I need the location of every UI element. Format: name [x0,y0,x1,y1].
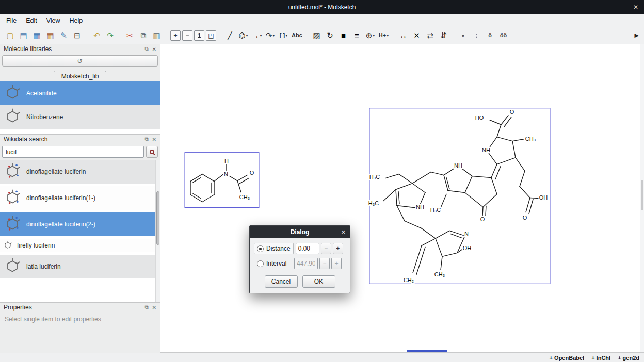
paste-icon[interactable]: ▥ [151,29,163,42]
list-item[interactable]: firefly luciferin [0,239,155,252]
print-icon[interactable]: ⊟ [71,29,83,42]
interval-radio[interactable] [257,260,264,267]
svg-text:O: O [250,170,254,176]
dialog-body: Distance − + Interval − + [250,238,350,274]
list-item[interactable]: latia luciferin [0,255,155,278]
toolbar-overflow-icon[interactable]: ▶ [634,32,640,39]
flip-vertical-icon[interactable]: ⇵ [438,29,449,42]
menu-edit[interactable]: Edit [22,15,41,26]
radio-group[interactable]: Interval [254,258,292,269]
dialog: Dialog ✕ Distance − + Interval − + Cance… [249,225,350,293]
lone-pairs-tool-icon[interactable]: öö [497,29,509,42]
wikidata-search-panel: Wikidata search ⧉ ✕ [0,135,160,302]
canvas-horizontal-scrollbar[interactable] [407,350,447,352]
menu-file[interactable]: File [2,15,21,26]
molecules-layer[interactable]: HNOCH₃HOOCH₃NHNHH₃CH₃CNHH₃COOHONOHCH₃CH₂ [160,44,644,352]
dialog-titlebar[interactable]: Dialog ✕ [250,226,350,238]
edit-source-icon[interactable]: ✎ [58,29,70,42]
cut-icon[interactable]: ✂ [124,29,136,42]
bracket-tool-icon[interactable]: [ ]▾ [278,29,289,42]
molecule-dinoflagellate-luciferin[interactable]: HOOCH₃NHNHH₃CH₃CNHH₃COOHONOHCH₃CH₂ [368,108,550,284]
bracket-tool-dropdown-icon[interactable]: ▾ [285,33,287,38]
hatch-bond-icon[interactable]: ▨ [311,29,323,42]
panel-close-icon[interactable]: ✕ [152,46,156,52]
radio-group[interactable]: Distance [254,243,294,254]
mechanism-arrow-icon[interactable]: ↷▾ [264,29,276,42]
sidebar: Molecule libraries ⧉ ✕ ↺ Molsketch_lib [0,44,160,353]
distance-increment-button[interactable]: + [333,243,343,254]
distance-decrement-button[interactable]: − [321,243,331,254]
wikidata-search-button[interactable] [146,146,158,158]
list-item[interactable]: dinoflagellate luciferin [0,160,155,184]
dialog-close-icon[interactable]: ✕ [341,229,346,236]
list-item[interactable]: Acetanilide [0,81,160,105]
text-tool-icon[interactable]: Abc [291,29,303,42]
rotate-tool-icon[interactable]: ↻ [324,29,336,42]
molecule-thumbnail-icon [2,240,13,251]
canvas-vertical-scrollbar[interactable] [640,44,644,352]
panel-float-icon[interactable]: ⧉ [144,304,148,310]
electron-pair-tool-icon[interactable]: ∶ [471,29,482,42]
mechanism-arrow-dropdown-icon[interactable]: ▾ [272,33,275,38]
svg-text:CH₃: CH₃ [525,136,536,142]
panel-close-icon[interactable]: ✕ [152,137,156,142]
delete-tool-icon[interactable]: ✕ [411,29,423,42]
undo-icon[interactable]: ↶ [91,29,103,42]
window-close-icon[interactable]: ✕ [633,4,638,11]
zoom-in-icon[interactable]: + [170,30,181,41]
color-picker-icon[interactable]: ■ [337,29,349,42]
align-tool-icon[interactable]: ↔ [397,29,409,42]
scrollbar-thumb[interactable] [156,191,159,245]
menu-view[interactable]: View [42,15,65,26]
zoom-out-icon[interactable]: − [182,30,192,41]
panel-float-icon[interactable]: ⧉ [144,136,148,142]
ring-tool-dropdown-icon[interactable]: ▾ [246,33,248,38]
zoom-fit-icon[interactable]: ◰ [206,30,216,41]
redo-icon[interactable]: ↷ [104,29,116,42]
cancel-button[interactable]: Cancel [265,275,298,288]
wikidata-list-scrollbar[interactable] [155,160,160,302]
charge-tool-dropdown-icon[interactable]: ▾ [373,33,375,38]
scrollbar-thumb[interactable] [641,180,643,211]
svg-text:OH: OH [539,195,548,201]
line-width-icon[interactable]: ≡ [351,29,363,42]
interval-decrement-button[interactable]: − [319,258,330,269]
flip-horizontal-icon[interactable]: ⇄ [424,29,436,42]
molecule-libraries-panel: Molecule libraries ⧉ ✕ ↺ Molsketch_lib [0,44,160,135]
charge-tool-icon[interactable]: ⊕▾ [364,29,376,42]
open-file-icon[interactable]: ▤ [18,29,29,42]
copy-icon[interactable]: ⧉ [137,29,149,42]
window-title: untitled.mol* - Molsketch [288,4,356,11]
interval-spinbox[interactable] [294,258,318,269]
menu-help[interactable]: Help [66,15,87,26]
panel-title: Wikidata search [4,136,141,143]
list-item[interactable]: dinoflagellate luciferin(2-) [0,212,155,236]
wikidata-search-input[interactable] [2,146,144,158]
hydrogen-tool-dropdown-icon[interactable]: ▾ [387,33,389,38]
zoom-original-icon[interactable]: 1 [194,30,204,41]
panel-float-icon[interactable]: ⧉ [144,46,148,52]
hydrogen-tool-icon[interactable]: H+▾ [378,29,390,42]
distance-radio[interactable] [257,245,264,252]
new-file-icon[interactable]: ▢ [4,29,16,42]
refresh-library-button[interactable]: ↺ [2,55,158,67]
draw-bond-icon[interactable]: ╱ [224,29,236,42]
save-as-icon[interactable]: ▦ [44,29,56,42]
tab-molsketch-lib[interactable]: Molsketch_lib [54,71,107,81]
ring-tool-icon[interactable]: ⌬▾ [237,29,249,42]
interval-increment-button[interactable]: + [331,258,342,269]
lone-pair-tool-icon[interactable]: ö [484,29,496,42]
panel-close-icon[interactable]: ✕ [152,305,156,310]
search-row [0,144,160,160]
ok-button[interactable]: OK [302,275,335,288]
save-icon[interactable]: ▦ [31,29,43,42]
reaction-arrow-icon[interactable]: →▾ [251,29,263,42]
radical-tool-icon[interactable]: • [457,29,469,42]
list-item[interactable]: Nitrobenzene [0,105,160,129]
distance-spinbox[interactable] [296,243,319,254]
list-item[interactable]: dinoflagellate luciferin(1-) [0,186,155,210]
reaction-arrow-dropdown-icon[interactable]: ▾ [260,33,262,38]
molecule-acetanilide[interactable]: HNOCH₃ [185,153,259,208]
panel-title: Properties [4,304,141,311]
drawing-canvas[interactable]: HNOCH₃HOOCH₃NHNHH₃CH₃CNHH₃COOHONOHCH₃CH₂… [160,44,644,353]
